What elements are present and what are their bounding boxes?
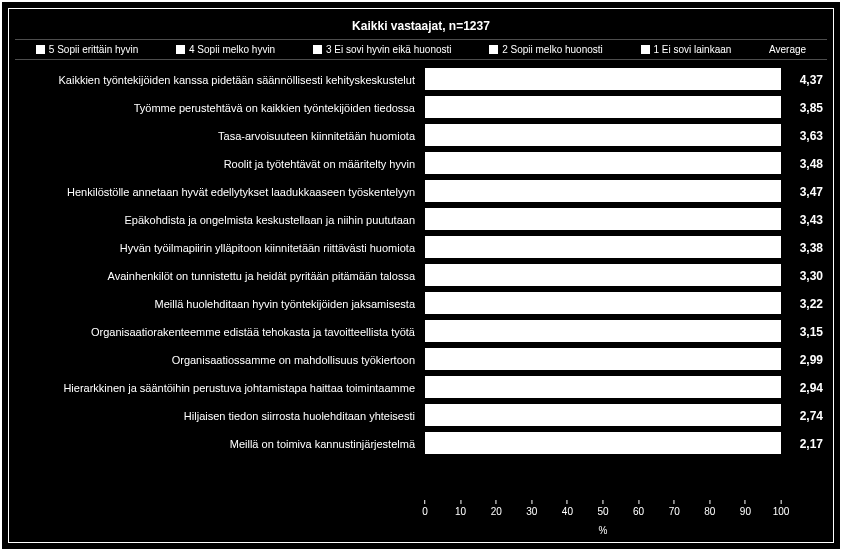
chart-inner: Kaikki vastaajat, n=1237 5 Sopii erittäi… (8, 8, 834, 543)
bar-row (425, 122, 781, 150)
bar-track (425, 66, 781, 94)
tick-line (425, 500, 426, 504)
tick-line (567, 500, 568, 504)
x-tick-label: 70 (669, 506, 680, 517)
x-tick-label: 20 (491, 506, 502, 517)
bar-track (425, 430, 781, 458)
bar (425, 152, 781, 174)
category-label: Meillä on toimiva kannustinjärjestelmä (15, 430, 425, 458)
average-value: 2,74 (785, 402, 827, 430)
swatch-icon (313, 45, 322, 54)
category-label: Hyvän työilmapiirin ylläpitoon kiinnitet… (15, 234, 425, 262)
tick-line (496, 500, 497, 504)
category-label: Henkilöstölle annetaan hyvät edellytykse… (15, 178, 425, 206)
average-value: 3,38 (785, 234, 827, 262)
average-value: 4,37 (785, 66, 827, 94)
category-label: Hierarkkinen ja sääntöihin perustuva joh… (15, 374, 425, 402)
swatch-icon (36, 45, 45, 54)
legend-label: 2 Sopii melko huonosti (502, 44, 603, 55)
bar-track (425, 346, 781, 374)
average-value: 2,17 (785, 430, 827, 458)
x-tick-label: 50 (597, 506, 608, 517)
bar-row (425, 318, 781, 346)
legend-item-2: 2 Sopii melko huonosti (489, 44, 603, 55)
category-label: Meillä huolehditaan hyvin työntekijöiden… (15, 290, 425, 318)
x-tick: 60 (633, 500, 644, 517)
legend-item-1: 1 Ei sovi lainkaan (641, 44, 732, 55)
tick-line (460, 500, 461, 504)
bar-row (425, 178, 781, 206)
bar-row (425, 262, 781, 290)
x-tick-label: 60 (633, 506, 644, 517)
tick-line (638, 500, 639, 504)
bar (425, 376, 781, 398)
category-label: Epäkohdista ja ongelmista keskustellaan … (15, 206, 425, 234)
plot-area: Kaikkien työntekijöiden kanssa pidetään … (15, 60, 827, 536)
x-tick: 100 (773, 500, 790, 517)
bar-row (425, 430, 781, 458)
tick-line (603, 500, 604, 504)
x-axis-label: % (599, 525, 608, 536)
x-tick: 20 (491, 500, 502, 517)
legend-label: 1 Ei sovi lainkaan (654, 44, 732, 55)
category-label: Hiljaisen tiedon siirrosta huolehditaan … (15, 402, 425, 430)
bar-track (425, 290, 781, 318)
average-value: 3,47 (785, 178, 827, 206)
bar-track (425, 150, 781, 178)
average-value: 3,48 (785, 150, 827, 178)
average-value: 3,15 (785, 318, 827, 346)
legend-item-4: 4 Sopii melko hyvin (176, 44, 275, 55)
x-tick: 40 (562, 500, 573, 517)
average-value: 3,22 (785, 290, 827, 318)
bar-row (425, 66, 781, 94)
x-tick-label: 10 (455, 506, 466, 517)
legend-item-5: 5 Sopii erittäin hyvin (36, 44, 139, 55)
average-value: 3,85 (785, 94, 827, 122)
swatch-icon (176, 45, 185, 54)
category-label: Organisaatiorakenteemme edistää tehokast… (15, 318, 425, 346)
x-tick-label: 100 (773, 506, 790, 517)
average-value: 3,30 (785, 262, 827, 290)
bar-track (425, 234, 781, 262)
bar (425, 236, 781, 258)
tick-line (745, 500, 746, 504)
bar-row (425, 346, 781, 374)
bar-track (425, 94, 781, 122)
bar (425, 292, 781, 314)
legend-label: 4 Sopii melko hyvin (189, 44, 275, 55)
bar (425, 264, 781, 286)
bar-track (425, 318, 781, 346)
bar-row (425, 234, 781, 262)
category-label: Kaikkien työntekijöiden kanssa pidetään … (15, 66, 425, 94)
bar-track (425, 262, 781, 290)
x-tick: 70 (669, 500, 680, 517)
category-label: Roolit ja työtehtävät on määritelty hyvi… (15, 150, 425, 178)
bar (425, 124, 781, 146)
bar (425, 68, 781, 90)
bar-row (425, 206, 781, 234)
tick-line (781, 500, 782, 504)
legend-item-avg: Average (769, 44, 806, 55)
legend: 5 Sopii erittäin hyvin 4 Sopii melko hyv… (15, 39, 827, 60)
chart-frame: Kaikki vastaajat, n=1237 5 Sopii erittäi… (0, 0, 842, 551)
x-tick: 50 (597, 500, 608, 517)
swatch-icon (489, 45, 498, 54)
x-tick-label: 80 (704, 506, 715, 517)
x-tick-label: 0 (422, 506, 428, 517)
swatch-icon (641, 45, 650, 54)
bar-row (425, 374, 781, 402)
x-tick: 0 (422, 500, 428, 517)
chart-title: Kaikki vastaajat, n=1237 (15, 15, 827, 39)
bar-row (425, 150, 781, 178)
bar-row (425, 290, 781, 318)
legend-label: Average (769, 44, 806, 55)
bars-column: 0102030405060708090100 % (425, 66, 781, 536)
x-tick: 30 (526, 500, 537, 517)
legend-label: 5 Sopii erittäin hyvin (49, 44, 139, 55)
tick-line (531, 500, 532, 504)
bar (425, 320, 781, 342)
bar-track (425, 402, 781, 430)
bar-row (425, 94, 781, 122)
y-labels-column: Kaikkien työntekijöiden kanssa pidetään … (15, 66, 425, 536)
bar-track (425, 178, 781, 206)
